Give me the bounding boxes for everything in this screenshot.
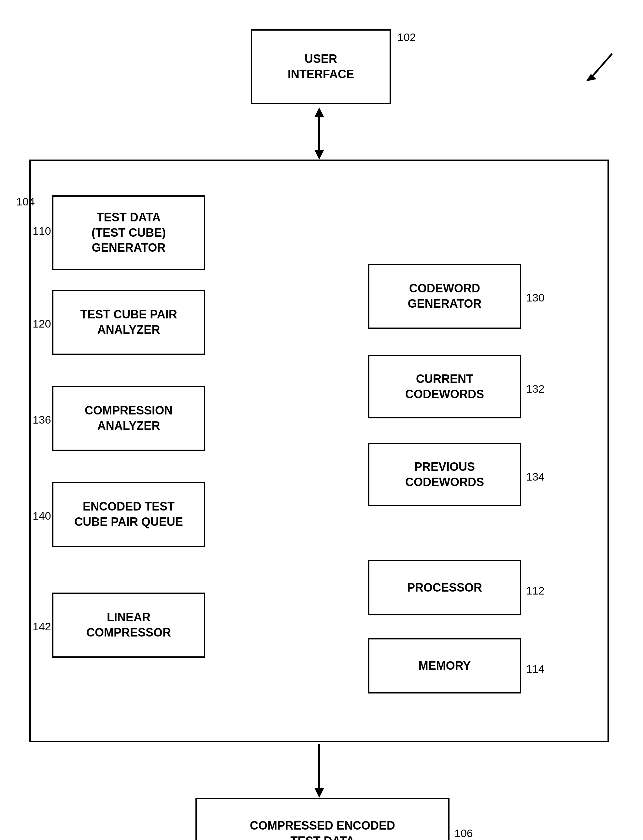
svg-marker-6: [314, 788, 324, 798]
test-cube-pair-analyzer-box: TEST CUBE PAIRANALYZER: [52, 290, 205, 355]
previous-codewords-label: PREVIOUSCODEWORDS: [405, 459, 484, 490]
ref-132: 132: [526, 383, 545, 395]
user-interface-box: USERINTERFACE: [251, 29, 391, 104]
processor-label: PROCESSOR: [407, 580, 482, 596]
ref-134: 134: [526, 470, 545, 483]
ref-112: 112: [526, 584, 545, 597]
ref-136: 136: [33, 413, 51, 426]
codeword-generator-label: CODEWORDGENERATOR: [408, 281, 482, 312]
processor-box: PROCESSOR: [368, 560, 521, 615]
codeword-generator-box: CODEWORDGENERATOR: [368, 264, 521, 329]
ref-110: 110: [33, 225, 51, 237]
linear-compressor-label: LINEARCOMPRESSOR: [86, 610, 171, 640]
compression-analyzer-box: COMPRESSIONANALYZER: [52, 386, 205, 451]
user-interface-label: USERINTERFACE: [287, 51, 354, 82]
test-cube-pair-analyzer-label: TEST CUBE PAIRANALYZER: [80, 307, 177, 338]
ref-106: 106: [454, 827, 473, 840]
svg-marker-4: [314, 150, 324, 160]
ui-to-test-system-arrow: [311, 104, 327, 163]
ref-120: 120: [33, 317, 51, 330]
compressed-encoded-test-data-box: COMPRESSED ENCODEDTEST DATA: [196, 798, 449, 840]
test-data-gen-box: TEST DATA(TEST CUBE)GENERATOR: [52, 195, 205, 270]
ref-102: 102: [397, 31, 416, 44]
linear-compressor-box: LINEARCOMPRESSOR: [52, 593, 205, 658]
ref-140: 140: [33, 510, 51, 522]
ref-104: 104: [16, 195, 35, 208]
test-system-to-output-arrow: [311, 742, 327, 801]
compression-analyzer-label: COMPRESSIONANALYZER: [85, 403, 173, 434]
current-codewords-box: CURRENTCODEWORDS: [368, 355, 521, 418]
current-codewords-label: CURRENTCODEWORDS: [405, 371, 484, 402]
previous-codewords-box: PREVIOUSCODEWORDS: [368, 443, 521, 506]
memory-label: MEMORY: [419, 658, 471, 674]
ref-142: 142: [33, 620, 51, 633]
svg-marker-1: [586, 74, 596, 81]
ref-100-arrow: [579, 50, 619, 86]
encoded-test-cube-pair-queue-label: ENCODED TESTCUBE PAIR QUEUE: [74, 499, 183, 530]
ref-114: 114: [526, 663, 545, 675]
encoded-test-cube-pair-queue-box: ENCODED TESTCUBE PAIR QUEUE: [52, 482, 205, 547]
memory-box: MEMORY: [368, 638, 521, 693]
compressed-encoded-test-data-label: COMPRESSED ENCODEDTEST DATA: [250, 818, 395, 840]
ref-130: 130: [526, 291, 545, 304]
test-data-gen-label: TEST DATA(TEST CUBE)GENERATOR: [91, 210, 166, 256]
